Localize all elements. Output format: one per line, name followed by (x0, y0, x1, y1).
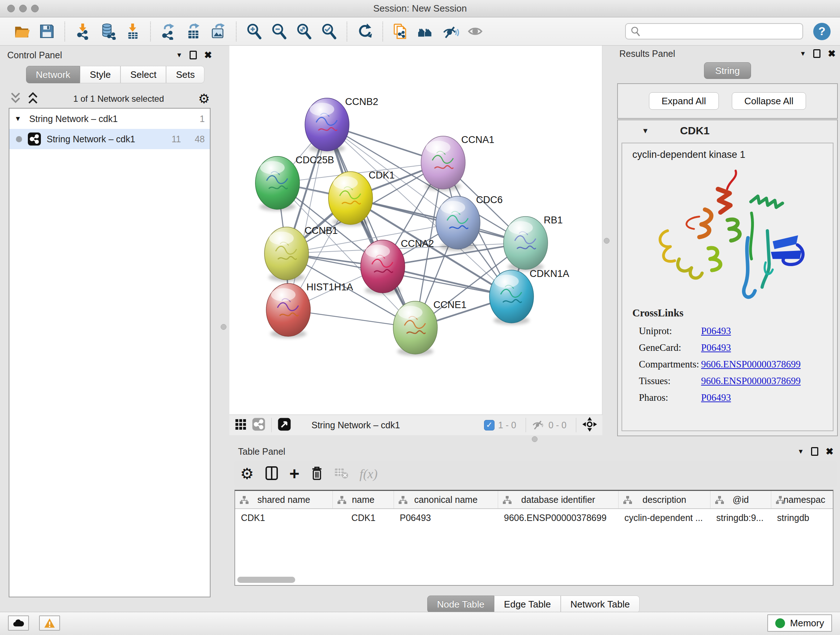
zoom-out-icon[interactable] (271, 23, 287, 40)
create-column-plus-icon[interactable]: + (289, 467, 300, 481)
network-node-CCNE1[interactable] (393, 301, 437, 356)
show-columns-icon[interactable] (265, 466, 279, 482)
panel-menu-icon[interactable]: ▼ (799, 50, 806, 57)
tab-node-table[interactable]: Node Table (427, 595, 494, 613)
network-collection-row[interactable]: ▼ String Network – cdk1 1 (9, 109, 210, 129)
hide-selected-eye-slash-icon[interactable] (442, 23, 459, 40)
tab-style[interactable]: Style (80, 66, 120, 83)
help-icon[interactable]: ? (813, 23, 831, 40)
column-header-shared-name[interactable]: shared name (235, 491, 333, 508)
delete-table-icon[interactable] (334, 467, 349, 481)
open-session-icon[interactable] (13, 23, 30, 40)
column-header-namespac[interactable]: namespac (771, 491, 834, 508)
import-network-from-database-icon[interactable] (99, 23, 116, 40)
column-header-canonical-name[interactable]: canonical name (394, 491, 498, 508)
zoom-selected-icon[interactable] (321, 23, 338, 40)
collapse-all-chevron-icon[interactable] (27, 91, 39, 106)
import-network-icon[interactable] (74, 23, 91, 40)
zoom-fit-icon[interactable] (295, 23, 313, 40)
zoom-in-icon[interactable] (246, 23, 263, 40)
show-all-eye-icon[interactable] (467, 23, 484, 40)
splitter-handle[interactable] (532, 436, 538, 442)
panel-float-icon[interactable] (189, 51, 197, 59)
collapse-all-button[interactable]: Collapse All (732, 92, 806, 110)
tab-network[interactable]: Network (26, 66, 80, 83)
navigate-crosshair-icon[interactable] (582, 417, 597, 433)
tab-network-table[interactable]: Network Table (561, 595, 639, 613)
tree-expand-icon[interactable]: ▼ (14, 115, 21, 123)
panel-close-icon[interactable]: ✖ (204, 50, 212, 60)
network-node-CCNB2[interactable] (305, 98, 349, 153)
network-graph[interactable]: CCNB2CCNA1CDC25BCDK1CDC6RB1CCNB1CCNA2HIS… (229, 46, 602, 415)
network-node-CDC6[interactable] (436, 196, 480, 251)
first-neighbors-icon[interactable] (417, 23, 434, 40)
network-canvas[interactable]: CCNB2CCNA1CDC25BCDK1CDC6RB1CCNB1CCNA2HIS… (229, 46, 602, 415)
panel-menu-icon[interactable]: ▼ (176, 51, 182, 59)
import-table-icon[interactable] (124, 23, 141, 40)
delete-column-trash-icon[interactable] (310, 466, 324, 482)
network-row-selected[interactable]: String Network – cdk1 11 48 (9, 129, 210, 149)
panel-close-icon[interactable]: ✖ (826, 447, 834, 456)
export-table-icon[interactable] (185, 23, 202, 40)
panel-close-icon[interactable]: ✖ (828, 49, 836, 58)
network-node-CDC25B[interactable] (256, 157, 300, 211)
column-header-@id[interactable]: @id (711, 491, 771, 508)
column-header-description[interactable]: description (619, 491, 711, 508)
results-panel: Results Panel ▼ ✖ String Expand All Coll… (615, 46, 840, 440)
crosslink-link[interactable]: P06493 (701, 325, 731, 337)
table-settings-gear-icon[interactable]: ⚙ (240, 466, 254, 481)
expand-all-chevron-icon[interactable] (9, 91, 22, 106)
memory-button[interactable]: Memory (767, 614, 832, 632)
network-node-HIST1H1A[interactable] (266, 283, 310, 338)
network-node-RB1[interactable] (504, 217, 548, 271)
new-network-from-selection-icon[interactable] (392, 23, 409, 40)
export-network-icon[interactable] (160, 23, 177, 40)
function-builder-icon[interactable]: f(x) (360, 466, 378, 481)
gene-header-row[interactable]: ▼ CDK1 (618, 120, 837, 141)
close-window-icon[interactable] (7, 5, 15, 12)
warnings-button[interactable] (39, 616, 60, 631)
hidden-count: 0 - 0 (548, 420, 567, 431)
network-node-CCNA2[interactable] (361, 240, 405, 295)
splitter-handle[interactable] (604, 238, 609, 244)
export-image-icon[interactable] (210, 23, 227, 40)
crosslink-link[interactable]: P06493 (701, 342, 731, 353)
gene-collapse-icon[interactable]: ▼ (642, 127, 649, 135)
column-header-name[interactable]: name (333, 491, 394, 508)
column-header-database-identifier[interactable]: database identifier (498, 491, 619, 508)
minimize-window-icon[interactable] (19, 5, 27, 12)
tab-string[interactable]: String (704, 62, 751, 79)
panel-float-icon[interactable] (813, 49, 821, 58)
panel-float-icon[interactable] (811, 447, 818, 456)
network-node-CDK1[interactable] (328, 172, 373, 226)
panel-menu-icon[interactable]: ▼ (797, 448, 804, 455)
share-view-icon[interactable] (252, 417, 265, 432)
tab-sets[interactable]: Sets (166, 66, 204, 83)
refresh-icon[interactable] (356, 23, 373, 40)
network-edge[interactable] (327, 125, 415, 328)
edge-count: 48 (195, 134, 205, 144)
search-input[interactable] (625, 23, 803, 40)
splitter-handle[interactable] (221, 324, 226, 330)
tab-edge-table[interactable]: Edge Table (494, 595, 561, 613)
cloud-button[interactable] (8, 616, 29, 631)
expand-all-button[interactable]: Expand All (649, 92, 719, 110)
vertical-splitter[interactable] (602, 46, 615, 440)
selected-checkbox-icon[interactable]: ✓ (484, 420, 494, 431)
tab-select[interactable]: Select (120, 66, 166, 83)
gear-icon[interactable]: ⚙ (198, 92, 210, 105)
crosslink-link[interactable]: 9606.ENSP00000378699 (701, 375, 801, 386)
maximize-window-icon[interactable] (31, 5, 39, 12)
network-node-CDKN1A[interactable] (489, 270, 534, 325)
birdseye-view-icon[interactable] (278, 417, 291, 432)
window-controls[interactable] (7, 5, 39, 12)
network-node-CCNA1[interactable] (421, 136, 465, 191)
network-node-CCNB1[interactable] (264, 227, 309, 282)
crosslink-link[interactable]: P06493 (701, 392, 731, 403)
crosslink-link[interactable]: 9606.ENSP00000378699 (701, 359, 801, 370)
table-row[interactable]: CDK1CDK1P064939606.ENSP00000378699cyclin… (235, 509, 833, 526)
save-session-icon[interactable] (38, 23, 55, 40)
hidden-eye-slash-icon[interactable] (532, 418, 545, 432)
horizontal-scrollbar-thumb[interactable] (237, 577, 295, 583)
grid-view-icon[interactable] (234, 418, 247, 432)
